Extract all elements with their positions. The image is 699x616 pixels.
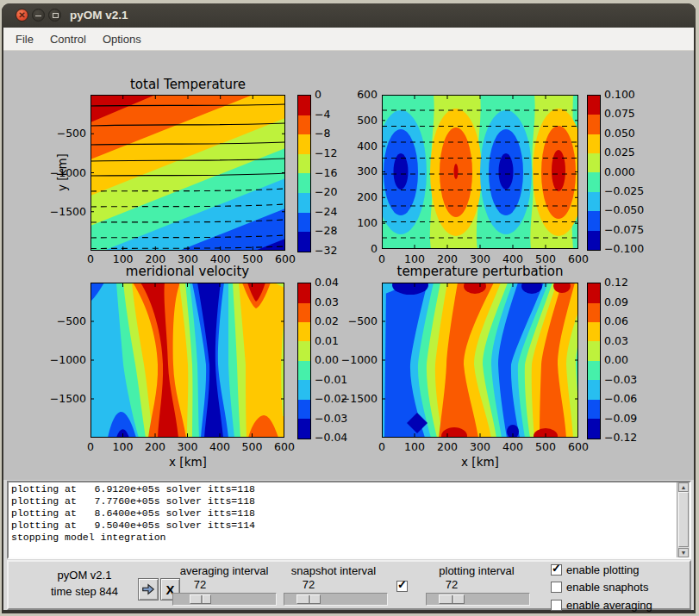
checkbox-label: enable averaging [566, 599, 652, 612]
checkbox-row[interactable]: enable snaphots [551, 582, 697, 594]
plot1-xticks: 0100200300400500600 [76, 252, 300, 265]
menu-item[interactable]: Control [50, 33, 86, 46]
plot2-streamfunction [382, 95, 578, 249]
plot2-xticks: 0100200300400500600 [367, 252, 593, 265]
plot3-title: meridional velocity [86, 264, 289, 279]
minimize-icon [35, 16, 41, 17]
plot3-yticks: −500−1000−1500 [41, 314, 86, 406]
averaging-interval-label: averaging interval [164, 564, 284, 577]
log-line: plotting at 9.5040e+05s solver itts=114 [11, 520, 676, 532]
plot4-title: temperature perturbation [378, 264, 583, 279]
averaging-interval-slider[interactable] [172, 593, 277, 606]
close-button[interactable]: ✕ [16, 9, 28, 22]
time-step-label: time step 844 [24, 583, 145, 600]
run-button[interactable] [138, 578, 159, 600]
plotting-slider-handle[interactable] [439, 594, 465, 604]
app-window: ✕ pyOM v2.1 FileControlOptions total Tem… [2, 3, 696, 613]
plot4-xticks: 0100200300400500600 [367, 440, 593, 453]
menu-item[interactable]: File [16, 33, 34, 46]
scroll-thumb[interactable] [678, 492, 689, 547]
control-panel: pyOM v2.1 time step 844 X averaging inte… [7, 560, 691, 610]
plotting-interval-label: plotting interval [416, 564, 537, 577]
colorbar1 [297, 95, 311, 252]
plot3-meridional-velocity [90, 283, 284, 438]
scrollbar[interactable]: ▲ ▼ [677, 482, 690, 557]
plotting-interval-value: 72 [426, 578, 477, 591]
colorbar2-ticks: 0.1000.0750.0500.0250.000−0.025−0.050−0.… [604, 88, 644, 256]
snapshot-checkbox[interactable]: ✓ [396, 581, 408, 592]
colorbar1-ticks: 0−4−8−12−16−20−24−28−32 [315, 88, 337, 258]
plot4-xlabel: x [km] [437, 455, 523, 469]
plot2-yticks: 6005004003002001000 [343, 88, 378, 256]
log-line: plotting at 6.9120e+05s solver itts=118 [11, 483, 676, 495]
colorbar2 [587, 95, 601, 251]
log-lines: plotting at 6.9120e+05s solver itts=118p… [11, 483, 676, 544]
checkbox-row[interactable]: enable averaging [551, 599, 697, 611]
colorbar4 [587, 283, 601, 439]
bottom-area: plotting at 6.9120e+05s solver itts=118p… [3, 480, 694, 610]
plot1-total-temperature [90, 95, 285, 251]
menu-item[interactable]: Options [103, 33, 141, 46]
log-line: plotting at 7.7760e+05s solver itts=118 [11, 495, 676, 507]
checkbox[interactable]: ✓ [551, 564, 562, 576]
run-icon [140, 582, 156, 596]
colorbar4-ticks: 0.120.090.060.030.00−0.03−0.06−0.09−0.12 [604, 276, 637, 445]
enable-checkboxes: ✓enable plottingenable snaphotsenable av… [551, 563, 697, 611]
scroll-up-icon[interactable]: ▲ [678, 482, 689, 492]
plot1-yticks: −500−1000−1500 [41, 127, 86, 219]
window-title: pyOM v2.1 [70, 3, 128, 28]
snapshot-interval-slider[interactable] [284, 593, 388, 606]
app-label: pyOM v2.1 [24, 567, 145, 583]
snapshot-slider-handle[interactable] [296, 594, 321, 604]
averaging-interval-value: 72 [174, 578, 226, 591]
maximize-icon [53, 13, 59, 18]
log-line: stopping model integration [11, 532, 676, 544]
close-icon: ✕ [18, 10, 25, 20]
menubar: FileControlOptions [3, 28, 694, 51]
checkbox-label: enable snaphots [566, 581, 648, 594]
plotting-interval-slider[interactable] [426, 593, 530, 606]
minimize-button[interactable] [32, 9, 45, 22]
maximize-button[interactable] [48, 9, 61, 22]
averaging-slider-handle[interactable] [190, 594, 211, 604]
log-output[interactable]: plotting at 6.9120e+05s solver itts=118p… [7, 481, 691, 559]
titlebar[interactable]: ✕ pyOM v2.1 [2, 3, 696, 28]
checkbox[interactable] [551, 582, 562, 593]
checkbox[interactable] [551, 600, 562, 611]
log-line: plotting at 8.6400e+05s solver itts=118 [11, 507, 676, 520]
colorbar3-ticks: 0.040.030.020.010.00−0.01−0.02−0.03−0.04 [315, 276, 347, 445]
snapshot-interval-label: snapshot interval [273, 564, 394, 577]
colorbar3 [297, 283, 311, 439]
scroll-down-icon[interactable]: ▼ [678, 548, 689, 557]
plot3-xlabel: x [km] [145, 455, 231, 469]
plot4-temperature-perturbation [382, 283, 578, 438]
plot3-xticks: 0100200300400500600 [76, 440, 299, 453]
plot1-title: total Temperature [90, 77, 285, 92]
app-status: pyOM v2.1 time step 844 [24, 567, 145, 600]
checkbox-row[interactable]: ✓enable plotting [551, 563, 697, 576]
snapshot-interval-value: 72 [283, 578, 334, 591]
checkbox-label: enable plotting [566, 563, 640, 576]
